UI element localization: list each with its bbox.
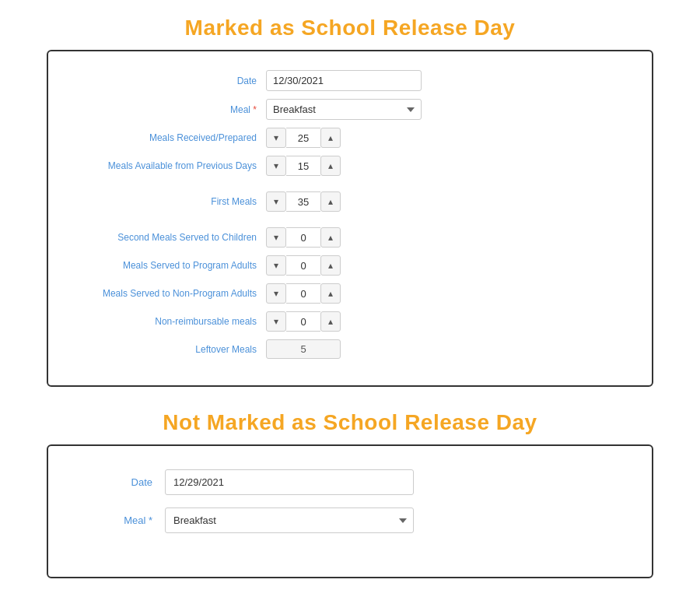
first-meals-value: 35	[286, 191, 320, 212]
nonprograms-adults-stepper: ▾ 0 ▴	[266, 283, 341, 304]
date-input2[interactable]	[165, 469, 414, 495]
leftover-row: Leftover Meals 5	[79, 339, 621, 359]
second-meals-label: Second Meals Served to Children	[79, 232, 266, 243]
meals-received-row: Meals Received/Prepared ▾ 25 ▴	[79, 128, 621, 148]
leftover-label: Leftover Meals	[79, 344, 266, 355]
non-reimbursable-increment[interactable]: ▴	[320, 311, 341, 332]
meal-select2[interactable]: Breakfast Lunch Snack Supper	[165, 507, 414, 533]
meal-label2: Meal *	[87, 514, 165, 526]
first-meals-increment[interactable]: ▴	[320, 191, 341, 212]
second-meals-value: 0	[286, 227, 320, 248]
first-meals-decrement[interactable]: ▾	[266, 191, 286, 212]
meal-row: Meal * Breakfast Lunch Snack Supper	[79, 99, 621, 120]
section1-card: Date Meal * Breakfast Lunch Snack Supper…	[47, 50, 653, 387]
meals-received-value: 25	[286, 128, 320, 148]
non-reimbursable-stepper: ▾ 0 ▴	[266, 311, 341, 332]
second-meals-decrement[interactable]: ▾	[266, 227, 286, 248]
first-meals-stepper: ▾ 35 ▴	[266, 191, 341, 212]
non-reimbursable-row: Non-reimbursable meals ▾ 0 ▴	[79, 311, 621, 332]
first-meals-row: First Meals ▾ 35 ▴	[79, 191, 621, 212]
meals-available-increment[interactable]: ▴	[320, 156, 341, 176]
meals-available-row: Meals Available from Previous Days ▾ 15 …	[79, 156, 621, 176]
nonprograms-adults-decrement[interactable]: ▾	[266, 283, 286, 304]
meals-available-decrement[interactable]: ▾	[266, 156, 286, 176]
date-row2: Date	[87, 469, 613, 495]
meals-available-value: 15	[286, 156, 320, 176]
section1-title: Marked as School Release Day	[47, 16, 653, 40]
meals-received-label: Meals Received/Prepared	[79, 132, 266, 143]
meals-available-label: Meals Available from Previous Days	[79, 160, 266, 171]
meals-received-decrement[interactable]: ▾	[266, 128, 286, 148]
non-reimbursable-decrement[interactable]: ▾	[266, 311, 286, 332]
nonprograms-adults-label: Meals Served to Non-Program Adults	[79, 288, 266, 299]
non-reimbursable-value: 0	[286, 311, 320, 332]
meal-label: Meal *	[79, 104, 266, 115]
first-meals-label: First Meals	[79, 196, 266, 207]
nonprograms-adults-row: Meals Served to Non-Program Adults ▾ 0 ▴	[79, 283, 621, 304]
program-adults-stepper: ▾ 0 ▴	[266, 255, 341, 276]
nonprograms-adults-value: 0	[286, 283, 320, 304]
second-meals-stepper: ▾ 0 ▴	[266, 227, 341, 248]
date-label2: Date	[87, 476, 165, 488]
second-meals-increment[interactable]: ▴	[320, 227, 341, 248]
non-reimbursable-label: Non-reimbursable meals	[79, 316, 266, 327]
nonprograms-adults-increment[interactable]: ▴	[320, 283, 341, 304]
program-adults-row: Meals Served to Program Adults ▾ 0 ▴	[79, 255, 621, 276]
date-row: Date	[79, 70, 621, 91]
leftover-value: 5	[266, 339, 341, 359]
program-adults-increment[interactable]: ▴	[320, 255, 341, 276]
meals-received-stepper: ▾ 25 ▴	[266, 128, 341, 148]
program-adults-decrement[interactable]: ▾	[266, 255, 286, 276]
section2-title: Not Marked as School Release Day	[47, 410, 653, 435]
meals-received-increment[interactable]: ▴	[320, 128, 341, 148]
program-adults-label: Meals Served to Program Adults	[79, 260, 266, 271]
section2-card: Date Meal * Breakfast Lunch Snack Supper	[47, 444, 653, 578]
date-label: Date	[79, 76, 266, 86]
meal-select[interactable]: Breakfast Lunch Snack Supper	[266, 99, 422, 120]
meal-row2: Meal * Breakfast Lunch Snack Supper	[87, 507, 613, 533]
second-meals-row: Second Meals Served to Children ▾ 0 ▴	[79, 227, 621, 248]
date-input[interactable]	[266, 70, 422, 91]
program-adults-value: 0	[286, 255, 320, 276]
meals-available-stepper: ▾ 15 ▴	[266, 156, 341, 176]
